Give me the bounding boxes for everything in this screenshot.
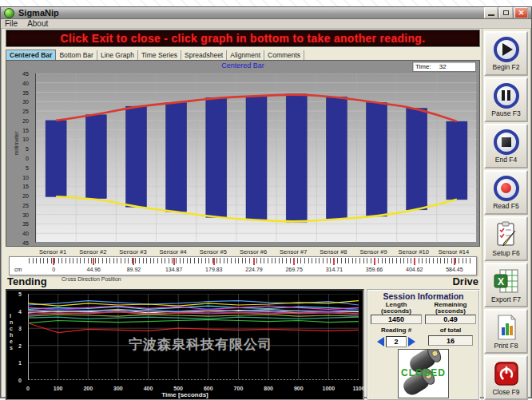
ruler-position-value: 134.87 bbox=[165, 267, 182, 272]
line-9 bbox=[28, 315, 359, 316]
ruler-position-value: 89.92 bbox=[127, 267, 141, 272]
ruler-position-value: 269.75 bbox=[285, 267, 302, 272]
y-tick-label: 40 bbox=[22, 80, 29, 85]
time-chart-y-tick: 0 bbox=[18, 378, 22, 383]
reading-number-field[interactable]: 2 bbox=[386, 336, 407, 347]
close-button[interactable]: ✕ bbox=[514, 7, 528, 18]
sensor-position-tick bbox=[454, 258, 455, 265]
y-tick-label: 30 bbox=[22, 99, 29, 105]
ruler-minor-ticks bbox=[29, 258, 473, 263]
close-f9-button[interactable]: Close F9 bbox=[484, 355, 528, 400]
tab-line-graph[interactable]: Line Graph bbox=[97, 50, 138, 60]
time-chart-x-tick: 1100 bbox=[352, 386, 364, 391]
bar-chart-document-icon bbox=[493, 314, 520, 341]
sensor-position-tick bbox=[93, 258, 94, 265]
tab-time-series[interactable]: Time Series bbox=[138, 50, 181, 60]
nip-rollers-image: CLOSED bbox=[398, 349, 449, 398]
sensor-position-tick bbox=[333, 258, 335, 265]
centered-bar[interactable] bbox=[326, 97, 347, 219]
sensor-position-tick bbox=[133, 258, 134, 265]
title-bar[interactable]: SigmaNip ✕ bbox=[1, 7, 531, 19]
excel-icon: X bbox=[493, 267, 520, 295]
restore-button[interactable] bbox=[499, 7, 513, 18]
svg-text:X: X bbox=[497, 275, 503, 287]
setup-button[interactable]: Setup F6 bbox=[484, 216, 528, 261]
record-icon bbox=[494, 176, 519, 201]
cross-direction-position-label: Cross Direction Position bbox=[62, 276, 121, 282]
total-readings-value: 16 bbox=[428, 335, 473, 346]
desktop-background: SigmaNip ✕ File About Click Exit to clos… bbox=[0, 0, 532, 400]
read-button[interactable]: Read F5 bbox=[484, 170, 528, 215]
centered-bar[interactable] bbox=[246, 96, 267, 220]
menu-about[interactable]: About bbox=[27, 19, 48, 28]
sensor-label: Sensor #2 bbox=[73, 247, 113, 256]
tab-centered-bar[interactable]: Centered Bar bbox=[6, 50, 56, 60]
y-tick-label: 10 bbox=[22, 137, 29, 142]
time-chart-x-tick: 800 bbox=[264, 386, 273, 391]
play-icon bbox=[494, 37, 519, 62]
y-tick-label: 10 bbox=[22, 174, 29, 180]
sensor-label: Sensor #14 bbox=[434, 247, 474, 256]
next-reading-arrow-icon[interactable] bbox=[408, 337, 415, 347]
export-button[interactable]: X Export F7 bbox=[484, 263, 528, 307]
pause-button[interactable]: Pause F3 bbox=[484, 77, 528, 122]
menu-file[interactable]: File bbox=[5, 19, 18, 28]
centered-bar[interactable] bbox=[407, 109, 427, 210]
time-display: Time: 32 bbox=[412, 61, 476, 72]
centered-bar[interactable] bbox=[286, 94, 307, 222]
ruler-position-value: 44.96 bbox=[87, 267, 101, 272]
centered-bar[interactable] bbox=[46, 121, 66, 196]
remaining-label: Remaining (seconds) bbox=[425, 302, 476, 315]
ruler-unit: cm bbox=[14, 267, 22, 272]
time-series-svg bbox=[28, 294, 359, 380]
tab-bottom-bar[interactable]: Bottom Bar bbox=[56, 50, 97, 60]
y-tick-label: 35 bbox=[22, 89, 29, 95]
time-value: 32 bbox=[439, 63, 447, 70]
centered-bar[interactable] bbox=[206, 98, 227, 218]
centered-bar[interactable] bbox=[166, 103, 187, 212]
time-chart-x-tick: 400 bbox=[144, 386, 153, 391]
tending-label: Tending bbox=[7, 275, 47, 287]
tab-alignment[interactable]: Alignment bbox=[227, 50, 264, 60]
banner-text: Click Exit to close - click graph in bot… bbox=[61, 32, 426, 45]
end-button[interactable]: End F4 bbox=[484, 124, 528, 168]
line-12 bbox=[28, 319, 359, 323]
time-series-chart[interactable]: I n c h e s 012345 010020030040050060070… bbox=[6, 289, 364, 400]
cross-direction-ruler: cm 044.9689.92134.87179.83224.79269.7531… bbox=[9, 256, 477, 275]
print-button[interactable]: Print F8 bbox=[484, 309, 528, 354]
power-icon bbox=[493, 360, 520, 387]
y-tick-label: 20 bbox=[22, 117, 29, 123]
sensor-label: Sensor #10 bbox=[394, 247, 434, 256]
centered-bar[interactable] bbox=[126, 106, 147, 207]
tab-comments[interactable]: Comments bbox=[264, 50, 304, 60]
y-tick-label: 40 bbox=[22, 231, 29, 236]
centered-bar[interactable] bbox=[447, 121, 467, 200]
previous-reading-arrow-icon[interactable] bbox=[377, 337, 384, 347]
y-tick-label: 30 bbox=[22, 212, 29, 217]
centered-bar[interactable] bbox=[85, 115, 106, 199]
ruler-position-value: 359.66 bbox=[366, 267, 383, 272]
y-tick-label: 15 bbox=[22, 127, 29, 133]
time-chart-y-tick: 3 bbox=[18, 326, 22, 331]
ruler-position-value: 404.62 bbox=[406, 267, 423, 272]
line-13 bbox=[28, 323, 359, 333]
sensor-position-tick bbox=[293, 258, 295, 265]
drive-label: Drive bbox=[452, 275, 478, 287]
app-window: SigmaNip ✕ File About Click Exit to clos… bbox=[0, 6, 532, 398]
time-chart-x-tick: 200 bbox=[83, 386, 93, 391]
minimize-button[interactable] bbox=[484, 7, 498, 18]
centered-bar[interactable] bbox=[367, 103, 387, 217]
nip-status-badge: CLOSED bbox=[399, 367, 448, 378]
begin-button[interactable]: Begin F2 bbox=[484, 31, 528, 76]
y-tick-label: 45 bbox=[22, 240, 29, 246]
time-chart-x-tick: 600 bbox=[204, 386, 213, 391]
tab-spreadsheet[interactable]: Spreadsheet bbox=[181, 50, 227, 60]
sensor-position-tick bbox=[173, 258, 175, 265]
centered-bar-chart-panel[interactable]: Centered Bar Time: 32 millimeter 4540353… bbox=[6, 60, 480, 247]
sensor-label: Sensor #5 bbox=[193, 247, 233, 256]
y-tick-label: 5 bbox=[26, 164, 29, 170]
time-chart-y-tick: 1 bbox=[18, 360, 22, 366]
app-icon bbox=[4, 8, 14, 18]
time-chart-x-tick: 500 bbox=[173, 386, 183, 391]
bar-plot-area[interactable] bbox=[35, 73, 476, 243]
